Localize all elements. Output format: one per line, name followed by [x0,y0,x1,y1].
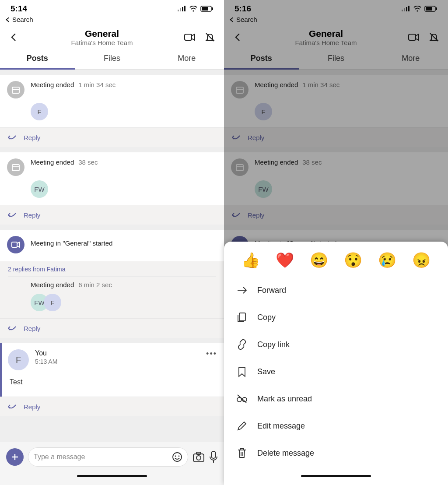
avatar: F [8,349,29,370]
forward-item[interactable]: Forward [224,277,448,304]
svg-point-23 [416,10,418,11]
svg-rect-11 [12,242,17,247]
message-more-icon[interactable]: ••• [206,349,217,358]
video-button[interactable] [406,29,422,45]
link-icon [236,339,248,350]
reply-button[interactable]: Reply [0,205,224,225]
tab-posts[interactable]: Posts [0,49,75,69]
edit-message-item[interactable]: Edit message [224,412,448,439]
screenshot-left: 5:14 Search General Fatima's Home Team P… [0,0,224,485]
user-message[interactable]: F You 5:13 AM ••• Test [0,343,224,397]
reaction-row: 👍 ❤️ 😄 😯 😢 😠 [224,249,448,277]
back-button[interactable] [230,29,246,45]
arrow-right-icon [236,285,248,296]
channel-header: General Fatima's Home Team [224,26,448,49]
calendar-icon [231,158,248,176]
message-input[interactable]: Type a message [28,447,188,467]
copy-link-item[interactable]: Copy link [224,331,448,358]
delete-message-label: Delete message [257,449,314,458]
channel-subtitle: Fatima's Home Team [26,39,178,46]
reaction-like[interactable]: 👍 [242,251,260,269]
meeting-duration: 6 min 2 sec [78,281,112,288]
tab-more[interactable]: More [373,49,448,69]
reply-button[interactable]: Reply [0,397,224,416]
reply-button[interactable]: Reply [0,318,224,338]
camera-icon[interactable] [192,451,205,463]
reply-label: Reply [248,134,264,141]
reaction-surprised[interactable]: 😯 [344,251,362,269]
calendar-icon [7,81,24,98]
tabs: Posts Files More [224,49,448,70]
mark-unread-item[interactable]: Mark as unread [224,385,448,412]
reply-button[interactable]: Reply [224,205,448,225]
channel-title: General [26,28,178,39]
svg-rect-29 [236,165,243,171]
tab-posts[interactable]: Posts [224,49,299,69]
reply-button[interactable]: Reply [224,127,448,147]
meeting-thread: Meeting in "General" started 2 replies f… [0,230,224,318]
calendar-icon [7,158,24,176]
tab-more[interactable]: More [149,49,224,69]
status-time: 5:14 [10,4,27,14]
avatar: FW [255,180,272,198]
channel-title: General [250,28,402,39]
reply-button[interactable]: Reply [0,127,224,147]
svg-rect-20 [404,8,405,11]
delete-message-item[interactable]: Delete message [224,439,448,467]
svg-rect-26 [436,7,437,10]
svg-rect-2 [182,7,183,11]
save-item[interactable]: Save [224,358,448,385]
reaction-laugh[interactable]: 😄 [310,251,328,269]
home-indicator [224,467,448,485]
notifications-button[interactable] [202,29,218,45]
svg-rect-25 [426,7,432,11]
add-button[interactable] [6,448,24,466]
svg-rect-17 [196,452,201,454]
copy-label: Copy [257,313,276,322]
back-to-search[interactable]: Search [0,16,224,26]
glasses-off-icon [236,393,248,404]
copy-item[interactable]: Copy [224,304,448,331]
copy-icon [236,312,248,323]
svg-rect-0 [178,10,179,11]
svg-rect-8 [185,34,192,40]
svg-point-14 [178,456,180,457]
status-indicators [402,6,438,12]
screenshot-right: 5:16 Search General Fatima's Home Team P… [224,0,448,485]
tab-files[interactable]: Files [299,49,374,69]
composer: Type a message [0,442,224,467]
status-bar: 5:14 [0,0,224,16]
message-time: 5:13 AM [35,358,57,365]
tab-files[interactable]: Files [75,49,150,69]
svg-rect-22 [408,6,410,11]
mark-unread-label: Mark as unread [257,394,312,404]
notifications-button[interactable] [426,29,442,45]
emoji-icon[interactable] [172,452,182,462]
reply-label: Reply [248,211,264,219]
avatar: F [31,103,48,120]
reply-label: Reply [24,325,40,332]
svg-rect-19 [402,10,403,11]
meeting-duration: 1 min 34 sec [302,81,340,88]
reaction-angry[interactable]: 😠 [412,251,430,269]
forward-label: Forward [257,286,286,295]
meeting-duration: 38 sec [78,158,98,166]
status-indicators [178,6,214,12]
svg-rect-15 [193,454,204,462]
reaction-sad[interactable]: 😢 [378,251,396,269]
copy-link-label: Copy link [257,340,290,349]
status-time: 5:16 [234,4,251,14]
reaction-heart[interactable]: ❤️ [276,251,294,269]
svg-rect-21 [406,7,407,11]
video-button[interactable] [182,29,198,45]
mic-icon[interactable] [209,451,218,463]
back-to-search[interactable]: Search [224,16,448,26]
thread-summary[interactable]: 2 replies from Fatima [0,261,224,276]
meeting-item: Meeting ended1 min 34 sec F [0,75,224,127]
message-placeholder: Type a message [34,453,168,461]
wifi-icon [189,6,198,12]
save-label: Save [257,367,275,376]
channel-header: General Fatima's Home Team [0,26,224,49]
meeting-item: Meeting ended38 sec FW [0,152,224,205]
back-button[interactable] [6,29,22,45]
